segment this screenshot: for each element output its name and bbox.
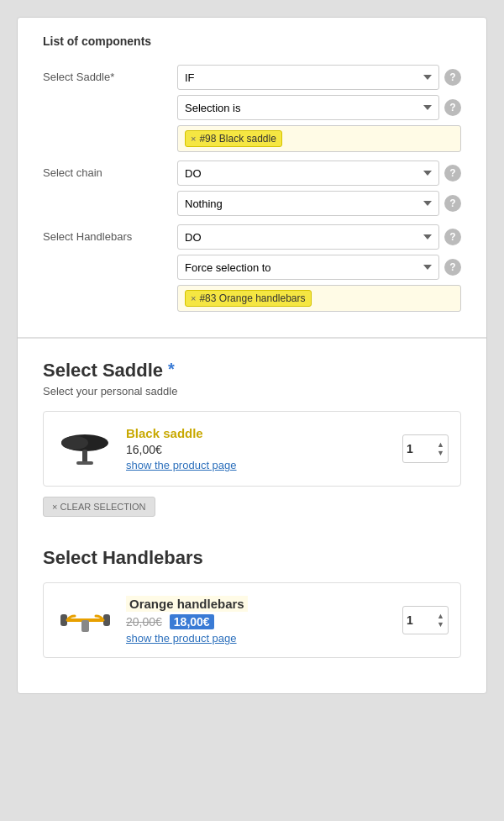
saddle-subtitle: Select your personal saddle: [43, 385, 461, 397]
saddle-condition-row: Selection is ?: [177, 95, 461, 120]
clear-selection-button[interactable]: × CLEAR SELECTION: [43, 497, 155, 517]
handlebars-label: Select Handlebars: [43, 224, 177, 243]
svg-rect-4: [76, 461, 93, 465]
saddle-tag-remove[interactable]: ×: [191, 134, 196, 144]
handlebars-controls: DO ? Force selection to ? × #83 Orange h…: [177, 224, 461, 312]
saddle-if-help[interactable]: ?: [444, 69, 461, 86]
saddle-tag-label: #98 Black saddle: [199, 133, 276, 145]
chain-action-select[interactable]: Nothing: [177, 191, 439, 216]
saddle-qty-arrows: ▲ ▼: [437, 441, 444, 457]
chain-action-help[interactable]: ?: [444, 195, 461, 212]
saddle-tag-container: × #98 Black saddle: [177, 125, 461, 152]
form-row-handlebars: Select Handlebars DO ? Force selection t…: [43, 224, 461, 312]
handlebars-action-row: Force selection to ?: [177, 255, 461, 280]
saddle-svg: [58, 428, 113, 470]
svg-rect-3: [82, 450, 87, 463]
saddle-qty-up[interactable]: ▲: [437, 441, 444, 449]
saddle-tag: × #98 Black saddle: [185, 130, 282, 147]
handlebars-do-row: DO ?: [177, 224, 461, 250]
chain-controls: DO ? Nothing ?: [177, 161, 461, 216]
handlebars-tag: × #83 Orange handlebars: [185, 290, 312, 307]
saddle-if-row: IF ?: [177, 65, 461, 90]
handlebars-action-help[interactable]: ?: [444, 259, 461, 276]
chain-do-help[interactable]: ?: [444, 165, 461, 182]
handlebars-product-name: Orange handlebars: [126, 596, 248, 612]
saddle-product-price: 16,00€: [126, 443, 391, 456]
saddle-qty-value: 1: [407, 442, 413, 455]
handlebars-tag-row: × #83 Orange handlebars: [177, 285, 461, 312]
chain-do-select[interactable]: DO: [177, 161, 439, 186]
components-panel: List of components Select Saddle* IF ? S…: [18, 18, 486, 339]
handlebars-qty-control: 1 ▲ ▼: [402, 606, 449, 634]
handlebars-price-original: 20,00€: [126, 615, 162, 629]
saddle-section: Select Saddle * Select your personal sad…: [43, 360, 461, 534]
handlebars-tag-container: × #83 Orange handlebars: [177, 285, 461, 312]
form-row-saddle: Select Saddle* IF ? Selection is ?: [43, 65, 461, 152]
saddle-qty-down[interactable]: ▼: [437, 450, 444, 457]
handlebars-do-help[interactable]: ?: [444, 229, 461, 245]
saddle-qty-control: 1 ▲ ▼: [402, 434, 449, 463]
saddle-product-name: Black saddle: [126, 426, 391, 440]
handlebars-section-title-text: Select Handlebars: [43, 547, 203, 569]
svg-point-2: [61, 436, 88, 450]
saddle-condition-select[interactable]: Selection is: [177, 95, 439, 120]
saddle-controls: IF ? Selection is ? × #98 Black saddle: [177, 65, 461, 152]
svg-text:*: *: [168, 361, 175, 376]
saddle-section-title: Select Saddle *: [43, 360, 461, 382]
saddle-tag-row: × #98 Black saddle: [177, 125, 461, 152]
saddle-product-link[interactable]: show the product page: [126, 459, 391, 471]
saddle-product-info: Black saddle 16,00€ show the product pag…: [126, 426, 391, 471]
chain-action-row: Nothing ?: [177, 191, 461, 216]
main-panel: List of components Select Saddle* IF ? S…: [17, 17, 487, 694]
handlebars-tag-label: #83 Orange handlebars: [199, 292, 305, 304]
saddle-section-title-text: Select Saddle: [43, 360, 163, 382]
saddle-asterisk: *: [168, 360, 183, 382]
handlebars-product-info: Orange handlebars 20,00€ 18,00€ show the…: [126, 596, 391, 645]
svg-rect-8: [81, 620, 89, 632]
panel-title: List of components: [43, 34, 461, 48]
form-row-chain: Select chain DO ? Nothing ?: [43, 161, 461, 216]
handlebars-action-select[interactable]: Force selection to: [177, 255, 439, 280]
handlebars-svg: [58, 599, 113, 641]
handlebars-price-discounted: 18,00€: [170, 614, 214, 629]
saddle-if-select[interactable]: IF: [177, 65, 439, 90]
handlebars-tag-remove[interactable]: ×: [191, 293, 196, 303]
saddle-product-card: Black saddle 16,00€ show the product pag…: [43, 411, 461, 487]
handlebars-image: [55, 595, 114, 645]
saddle-label: Select Saddle*: [43, 65, 177, 83]
handlebars-do-select[interactable]: DO: [177, 224, 439, 250]
handlebars-product-link[interactable]: show the product page: [126, 632, 391, 645]
saddle-condition-help[interactable]: ?: [444, 99, 461, 116]
product-panel: Select Saddle * Select your personal sad…: [18, 339, 486, 693]
handlebars-qty-down[interactable]: ▼: [437, 621, 444, 629]
handlebars-qty-up[interactable]: ▲: [437, 613, 444, 620]
handlebars-qty-value: 1: [407, 613, 413, 627]
saddle-image: [55, 424, 114, 474]
handlebars-section-title: Select Handlebars: [43, 547, 461, 569]
handlebars-section: Select Handlebars: [43, 547, 461, 658]
handlebars-qty-arrows: ▲ ▼: [437, 613, 444, 629]
chain-do-row: DO ?: [177, 161, 461, 186]
chain-label: Select chain: [43, 161, 177, 179]
handlebars-product-card: Orange handlebars 20,00€ 18,00€ show the…: [43, 582, 461, 658]
